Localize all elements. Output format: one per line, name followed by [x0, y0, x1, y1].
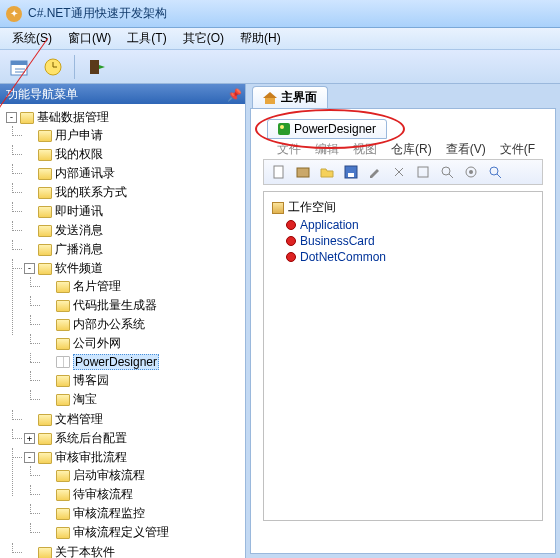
tree-item[interactable]: 内部通讯录: [55, 165, 115, 182]
main-menubar: 系统(S) 窗口(W) 工具(T) 其它(O) 帮助(H): [0, 28, 560, 50]
folder-icon: [56, 527, 70, 539]
folder-icon: [56, 394, 70, 406]
calendar-icon[interactable]: [6, 54, 32, 80]
tree-item[interactable]: 待审核流程: [73, 486, 133, 503]
tree-item[interactable]: 即时通讯: [55, 203, 103, 220]
clock-icon[interactable]: [40, 54, 66, 80]
settings-icon[interactable]: [462, 163, 480, 181]
workspace-item-label: Application: [300, 218, 359, 232]
tree-item[interactable]: 代码批量生成器: [73, 297, 157, 314]
model-icon[interactable]: [294, 163, 312, 181]
pd-menu-file[interactable]: 文件: [277, 141, 301, 158]
workspace-item[interactable]: DotNetCommon: [270, 249, 536, 265]
folder-icon: [38, 225, 52, 237]
tree-item[interactable]: 博客园: [73, 372, 109, 389]
tab-main[interactable]: 主界面: [252, 86, 328, 108]
svg-point-14: [442, 167, 450, 175]
search-icon[interactable]: [438, 163, 456, 181]
tree-item[interactable]: 我的联系方式: [55, 184, 127, 201]
pd-menu-repo[interactable]: 仓库(R): [391, 141, 432, 158]
content-area: 主界面 PowerDesigner 文件 编辑 视图 仓库(R) 查看(V) 文…: [246, 84, 560, 558]
menu-window[interactable]: 窗口(W): [60, 30, 119, 47]
expander-icon[interactable]: +: [24, 433, 35, 444]
zoom-icon[interactable]: [486, 163, 504, 181]
app-icon: ✦: [6, 6, 22, 22]
folder-icon: [56, 300, 70, 312]
open-icon[interactable]: [318, 163, 336, 181]
tree-item-software[interactable]: 软件频道: [55, 260, 103, 277]
workspace-item-label: BusinessCard: [300, 234, 375, 248]
folder-icon: [38, 206, 52, 218]
exit-icon[interactable]: [83, 54, 109, 80]
tree-item[interactable]: 发送消息: [55, 222, 103, 239]
tree-item-approval[interactable]: 审核审批流程: [55, 449, 127, 466]
home-icon: [263, 92, 277, 104]
save-icon[interactable]: [342, 163, 360, 181]
tree-item[interactable]: 淘宝: [73, 391, 97, 408]
expander-icon[interactable]: -: [24, 263, 35, 274]
pd-menu-edit[interactable]: 编辑: [315, 141, 339, 158]
tree-item[interactable]: 广播消息: [55, 241, 103, 258]
pd-menu-look[interactable]: 查看(V): [446, 141, 486, 158]
pd-menu-view[interactable]: 视图: [353, 141, 377, 158]
menu-other[interactable]: 其它(O): [175, 30, 232, 47]
nav-tree: - 基础数据管理 用户申请 我的权限 内部通讯录 我的联系方式 即时通讯 发送消…: [0, 104, 245, 558]
folder-icon: [38, 130, 52, 142]
tree-item[interactable]: 审核流程监控: [73, 505, 145, 522]
tree-item[interactable]: 文档管理: [55, 411, 103, 428]
folder-icon: [56, 281, 70, 293]
tree-item[interactable]: 我的权限: [55, 146, 103, 163]
cut-icon[interactable]: [390, 163, 408, 181]
tree-item[interactable]: 关于本软件: [55, 544, 115, 558]
tab-powerdesigner[interactable]: PowerDesigner: [267, 119, 387, 139]
pd-toolbar: [263, 159, 543, 185]
folder-icon: [38, 244, 52, 256]
tree-root[interactable]: 基础数据管理: [37, 109, 109, 126]
folder-icon: [38, 187, 52, 199]
menu-tools[interactable]: 工具(T): [119, 30, 174, 47]
tree-item[interactable]: 内部办公系统: [73, 316, 145, 333]
tree-item[interactable]: 启动审核流程: [73, 467, 145, 484]
menu-system[interactable]: 系统(S): [4, 30, 60, 47]
new-icon[interactable]: [270, 163, 288, 181]
edit-icon[interactable]: [366, 163, 384, 181]
content-body: PowerDesigner 文件 编辑 视图 仓库(R) 查看(V) 文件(F: [250, 108, 556, 554]
svg-rect-12: [348, 173, 354, 177]
folder-icon: [38, 263, 52, 275]
model-node-icon: [286, 252, 296, 262]
workspace-root-label: 工作空间: [288, 199, 336, 216]
workspace-item[interactable]: BusinessCard: [270, 233, 536, 249]
workspace-item[interactable]: Application: [270, 217, 536, 233]
workspace-root[interactable]: 工作空间: [270, 198, 536, 217]
toolbar-separator: [74, 55, 75, 79]
folder-icon: [56, 319, 70, 331]
tree-item[interactable]: 名片管理: [73, 278, 121, 295]
svg-rect-7: [90, 60, 99, 74]
window-title: C#.NET通用快速开发架构: [28, 5, 167, 22]
expander-icon[interactable]: -: [24, 452, 35, 463]
svg-rect-10: [297, 168, 309, 177]
tree-item[interactable]: 审核流程定义管理: [73, 524, 169, 541]
sidebar-title: 功能导航菜单: [6, 86, 78, 103]
tree-item[interactable]: 系统后台配置: [55, 430, 127, 447]
folder-icon: [38, 168, 52, 180]
config-icon[interactable]: [414, 163, 432, 181]
pd-menu-file2[interactable]: 文件(F: [500, 141, 535, 158]
menu-help[interactable]: 帮助(H): [232, 30, 289, 47]
folder-icon: [56, 375, 70, 387]
expander-icon[interactable]: -: [6, 112, 17, 123]
tab-main-label: 主界面: [281, 89, 317, 106]
svg-point-17: [469, 170, 473, 174]
tree-item[interactable]: 公司外网: [73, 335, 121, 352]
workspace-panel: 工作空间 Application BusinessCard DotNetComm…: [263, 191, 543, 521]
svg-rect-13: [418, 167, 428, 177]
svg-rect-9: [274, 166, 283, 178]
pin-icon[interactable]: 📌: [227, 88, 239, 100]
tree-item-powerdesigner[interactable]: PowerDesigner: [73, 354, 159, 370]
folder-icon: [56, 470, 70, 482]
model-node-icon: [286, 236, 296, 246]
folder-icon: [56, 489, 70, 501]
tree-item[interactable]: 用户申请: [55, 127, 103, 144]
book-icon: [56, 356, 70, 368]
content-tabs: 主界面: [246, 84, 560, 108]
